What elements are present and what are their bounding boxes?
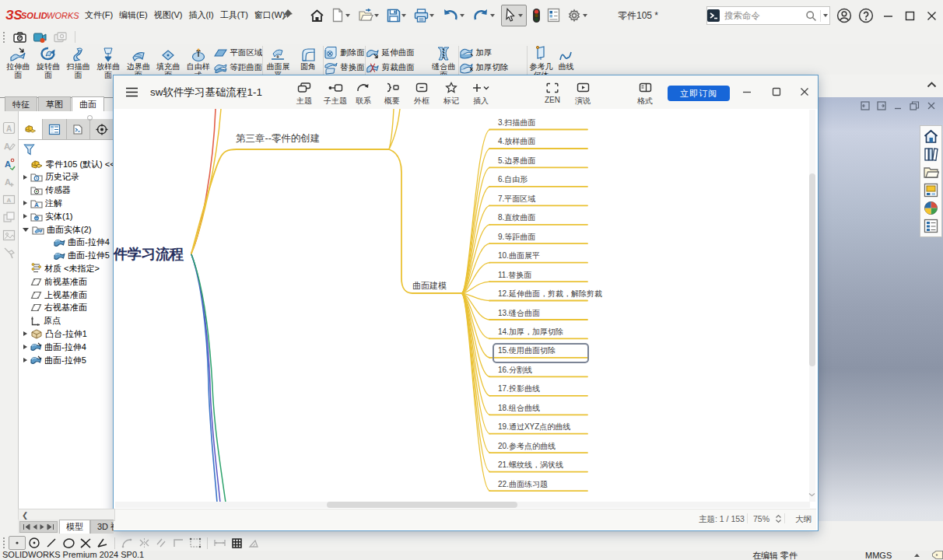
tree-expand-arrow[interactable] xyxy=(23,201,27,205)
mindmap-topic-item[interactable]: 6.自由形 xyxy=(498,174,528,185)
ribbon-curve[interactable]: 曲线 xyxy=(554,44,577,72)
note-edit-icon[interactable]: A xyxy=(2,138,16,153)
mindmap-topic-item[interactable]: 10.曲面展平 xyxy=(498,250,540,261)
mm-tool-insert[interactable]: 插入 xyxy=(464,80,498,107)
mindmap-topic-item[interactable]: 8.直纹曲面 xyxy=(498,212,535,223)
ribbon-face-replace[interactable]: 替换面 xyxy=(324,61,365,74)
select-arrow-button[interactable] xyxy=(501,5,527,26)
mindmap-topic-item[interactable]: 14.加厚，加厚切除 xyxy=(498,327,563,338)
tree-item[interactable]: 上视基准面 xyxy=(19,289,87,301)
picture-icon[interactable] xyxy=(2,228,16,243)
hamburger-menu-icon[interactable] xyxy=(125,87,138,97)
window-maximize-button[interactable] xyxy=(899,6,920,25)
ribbon-thicken-cut[interactable]: 加厚切除 xyxy=(459,61,508,74)
doc-tab-model[interactable]: 模型 xyxy=(59,520,90,534)
help-icon[interactable] xyxy=(855,6,877,25)
mindmap-topic-item[interactable]: 7.平面区域 xyxy=(498,194,535,205)
tree-item[interactable]: 传感器 xyxy=(19,184,71,197)
search-input[interactable]: 搜索命令 xyxy=(706,6,830,25)
nav-last-icon[interactable] xyxy=(46,523,54,530)
pin-menu-icon[interactable] xyxy=(282,9,293,20)
mindmap-root-topic[interactable]: sw软件学习流程 xyxy=(114,244,184,264)
video-camera-icon[interactable] xyxy=(33,32,47,43)
window-minimize-button[interactable] xyxy=(877,6,899,25)
menu-文件[interactable]: 文件(F) xyxy=(82,6,116,24)
selected-topic-box[interactable] xyxy=(493,343,589,363)
mindmap-topic-item[interactable]: 17.投影曲线 xyxy=(498,383,540,394)
mindmap-topic-chapter3[interactable]: 第三章--零件的创建 xyxy=(236,132,320,145)
tree-item[interactable]: A注解 xyxy=(19,197,62,209)
mindmap-topic-item[interactable]: 22.曲面练习题 xyxy=(498,479,548,490)
open-button[interactable] xyxy=(356,5,382,26)
mm-tool-play[interactable]: 演说 xyxy=(566,80,600,107)
ribbon-surf-extend[interactable]: 延伸曲面 xyxy=(366,47,415,59)
sk-point-icon[interactable] xyxy=(9,536,26,550)
traffic-light-button[interactable] xyxy=(531,5,542,26)
mindmap-canvas[interactable]: sw软件学习流程 第三章--零件的创建曲面建模3.扫描曲面4.放样曲面5.边界曲… xyxy=(114,109,816,502)
mindmap-topic-item[interactable]: 18.组合曲线 xyxy=(498,403,540,414)
undo-button[interactable] xyxy=(440,5,468,26)
menu-插入[interactable]: 插入(I) xyxy=(185,6,216,24)
format-painter-icon[interactable] xyxy=(2,246,16,261)
new-doc-button[interactable] xyxy=(329,5,353,26)
mindmap-vscrollbar[interactable] xyxy=(809,110,815,502)
ribbon-surf-offset[interactable]: 等距曲面 xyxy=(213,61,262,74)
mindmap-hscrollbar[interactable] xyxy=(115,502,810,508)
mindmap-close-button[interactable] xyxy=(798,86,811,98)
pane-right-icon[interactable] xyxy=(877,101,886,110)
mindmap-topic-surface-modeling[interactable]: 曲面建模 xyxy=(412,280,447,292)
cm-tab-曲面[interactable]: 曲面 xyxy=(72,96,104,111)
sk-angle-icon[interactable] xyxy=(94,536,111,550)
subscribe-button[interactable]: 立即订阅 xyxy=(668,86,730,101)
custom-properties-icon[interactable] xyxy=(922,217,940,235)
save-button[interactable] xyxy=(385,5,409,26)
propertymanager-tab[interactable] xyxy=(43,119,67,139)
collapse-ribbon-chevron[interactable] xyxy=(927,82,937,88)
mindmap-topic-item[interactable]: 12.延伸曲面，剪裁，解除剪裁 xyxy=(498,289,602,299)
mindmap-maximize-button[interactable] xyxy=(770,86,783,98)
spellcheck-icon[interactable]: A xyxy=(2,156,16,171)
ribbon-surf-revolve[interactable]: 旋转曲 面 xyxy=(33,44,64,79)
redo-button[interactable] xyxy=(471,5,498,26)
print-button[interactable] xyxy=(412,5,437,26)
account-icon[interactable] xyxy=(833,6,855,25)
tree-item[interactable]: 前视基准面 xyxy=(19,275,87,288)
tree-item[interactable]: 曲面-拉伸5 xyxy=(19,250,110,262)
featuremanager-tab[interactable] xyxy=(19,119,43,139)
mindmap-topic-item[interactable]: 5.边界曲面 xyxy=(498,156,535,166)
mindmap-topic-item[interactable]: 11.替换面 xyxy=(498,270,531,281)
note-a-icon[interactable]: A xyxy=(2,121,16,135)
tree-expand-arrow[interactable] xyxy=(23,331,27,336)
tree-item[interactable]: 材质 <未指定> xyxy=(19,262,100,275)
cm-tab-特征[interactable]: 特征 xyxy=(5,96,37,111)
ribbon-thicken[interactable]: 加厚 xyxy=(459,47,508,59)
mm-tool-zen[interactable]: ZEN xyxy=(535,80,570,104)
file-explorer-icon[interactable] xyxy=(922,163,940,181)
ribbon-face-delete[interactable]: 删除面 xyxy=(324,47,365,59)
pane-left-icon[interactable] xyxy=(861,101,870,110)
sk-circle-icon[interactable] xyxy=(26,536,43,550)
sk-trim-icon[interactable] xyxy=(77,536,94,550)
mindmap-topic-item[interactable]: 3.扫描曲面 xyxy=(498,117,535,128)
ribbon-surf-trim[interactable]: 剪裁曲面 xyxy=(366,61,415,74)
status-units[interactable]: MMGS xyxy=(865,550,943,560)
scroll-left-arrow[interactable]: ❮ xyxy=(19,511,28,520)
tree-expand-arrow[interactable] xyxy=(23,228,29,232)
mindmap-topic-item[interactable]: 21.螺纹线，涡状线 xyxy=(498,460,563,471)
panel-splitter-handle[interactable] xyxy=(87,115,93,121)
search-caret-icon[interactable] xyxy=(823,14,828,17)
mindmap-topic-item[interactable]: 13.缝合曲面 xyxy=(498,308,540,319)
restore-icon[interactable] xyxy=(910,101,920,110)
outline-button[interactable]: 大纲 xyxy=(795,514,812,525)
mindmap-topic-item[interactable]: 19.通过XYZ点的曲线 xyxy=(498,422,570,432)
doc-tab-nav[interactable] xyxy=(19,521,58,533)
appearances-icon[interactable] xyxy=(922,199,940,217)
mindmap-topic-item[interactable]: 4.放样曲面 xyxy=(498,136,535,147)
vp-close-icon[interactable] xyxy=(927,101,936,110)
tree-expand-arrow[interactable] xyxy=(23,358,27,362)
tree-item[interactable]: 曲面-拉伸4 xyxy=(19,341,86,353)
tree-item[interactable]: 曲面实体(2) xyxy=(19,223,91,236)
sk-grid-icon[interactable] xyxy=(228,536,245,550)
vp-min-icon[interactable] xyxy=(893,101,903,110)
nav-next-icon[interactable] xyxy=(39,523,45,530)
